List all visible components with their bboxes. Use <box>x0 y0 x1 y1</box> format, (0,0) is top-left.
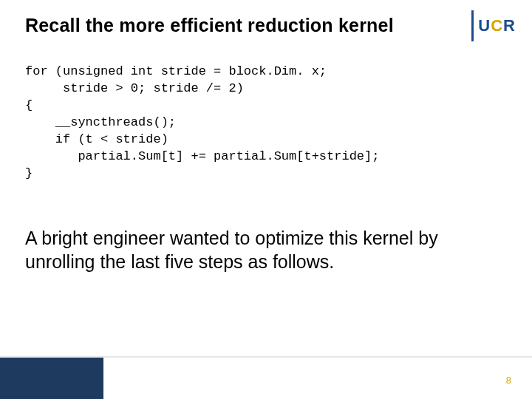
slide-title: Recall the more efficient reduction kern… <box>25 15 394 36</box>
logo-letter-u: U <box>478 16 491 35</box>
code-line: if (t < stride) <box>25 132 168 146</box>
code-line: { <box>25 98 33 112</box>
logo-divider <box>471 10 474 41</box>
slide: Recall the more efficient reduction kern… <box>0 0 532 399</box>
ucr-logo: UCR <box>471 10 516 41</box>
code-line: stride > 0; stride /= 2) <box>25 81 244 95</box>
code-line: partial.Sum[t] += partial.Sum[t+stride]; <box>25 149 379 163</box>
logo-letter-r: R <box>503 16 516 35</box>
slide-footer: 8 <box>0 358 532 399</box>
code-line: } <box>25 166 33 180</box>
footer-accent-block <box>0 358 103 399</box>
code-block: for (unsigned int stride = block.Dim. x;… <box>25 64 379 183</box>
page-number: 8 <box>506 375 511 386</box>
logo-letter-c: C <box>491 16 503 35</box>
code-line: __syncthreads(); <box>25 115 176 129</box>
body-paragraph: A bright engineer wanted to optimize thi… <box>25 226 507 273</box>
code-line: for (unsigned int stride = block.Dim. x; <box>25 64 327 78</box>
logo-text: UCR <box>478 16 516 35</box>
